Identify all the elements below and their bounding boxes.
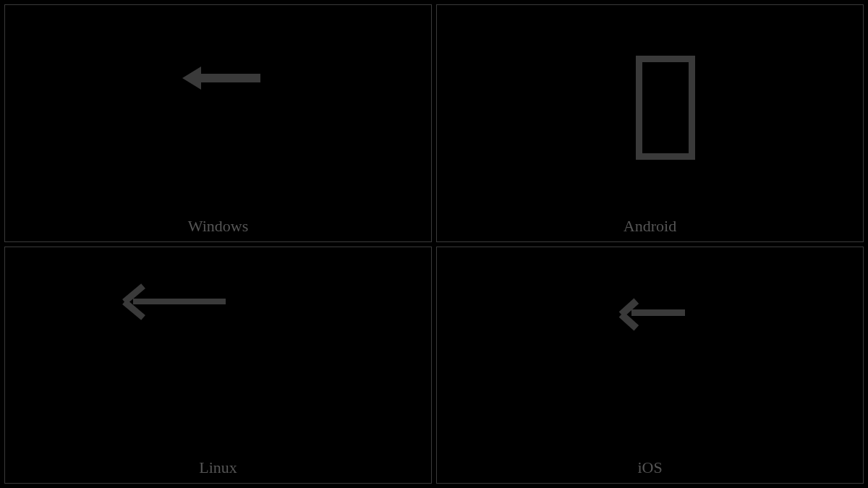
label-windows: Windows — [188, 217, 248, 236]
left-arrow-icon — [124, 280, 226, 323]
label-ios: iOS — [637, 458, 662, 477]
label-android: Android — [624, 217, 676, 236]
cell-android: Android — [436, 4, 864, 242]
left-arrow-icon — [182, 63, 262, 92]
cell-ios: iOS — [436, 247, 864, 484]
cell-linux: Linux — [4, 247, 432, 484]
left-arrow-icon — [621, 298, 686, 327]
label-linux: Linux — [199, 458, 237, 477]
missing-glyph-icon — [636, 56, 695, 160]
cell-windows: Windows — [4, 4, 432, 242]
